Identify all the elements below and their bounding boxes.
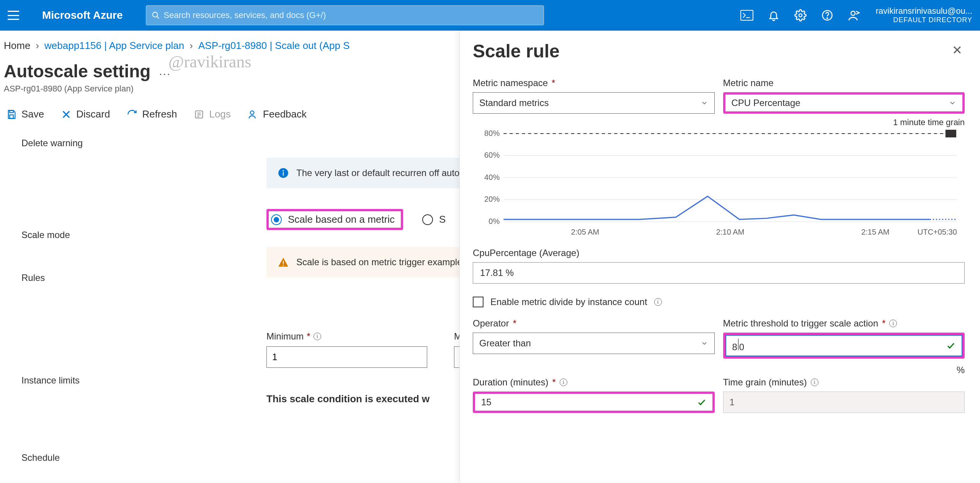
- svg-point-7: [851, 11, 855, 15]
- logs-button[interactable]: Logs: [194, 108, 230, 120]
- hamburger-menu-icon[interactable]: [8, 11, 19, 20]
- radio-other-option[interactable]: S: [422, 214, 446, 225]
- discard-label: Discard: [76, 108, 110, 120]
- close-icon[interactable]: ✕: [950, 41, 965, 60]
- metric-name-value: CPU Percentage: [732, 98, 800, 108]
- cloud-shell-icon[interactable]: [740, 9, 753, 22]
- user-account-block[interactable]: ravikiransrinivasulu@ou... DEFAULT DIREC…: [876, 6, 980, 24]
- cpu-percentage-chart: 0%20%40%60%80%2:05 AM2:10 AM2:15 AMUTC+0…: [473, 130, 965, 241]
- radio-other-label: S: [439, 214, 446, 225]
- metric-name-select[interactable]: CPU Percentage: [723, 92, 965, 114]
- operator-select[interactable]: Greater than: [473, 333, 715, 354]
- threshold-value-after: 0: [739, 342, 744, 352]
- logs-label: Logs: [209, 108, 230, 120]
- info-icon[interactable]: i: [889, 320, 897, 327]
- divide-by-instance-label: Enable metric divide by instance count: [490, 297, 647, 307]
- svg-text:2:05 AM: 2:05 AM: [571, 228, 599, 236]
- chevron-down-icon: [949, 99, 956, 107]
- refresh-label: Refresh: [142, 108, 177, 120]
- discard-button[interactable]: Discard: [61, 108, 110, 120]
- brand-label: Microsoft Azure: [42, 9, 123, 21]
- svg-rect-18: [283, 172, 284, 176]
- radio-metric-option[interactable]: Scale based on a metric: [266, 209, 403, 230]
- svg-rect-2: [741, 10, 753, 20]
- settings-gear-icon[interactable]: [794, 9, 807, 22]
- refresh-button[interactable]: Refresh: [127, 108, 177, 120]
- required-asterisk: *: [307, 331, 310, 342]
- duration-input[interactable]: 15: [473, 392, 715, 413]
- more-actions-icon[interactable]: ···: [159, 67, 171, 80]
- chevron-down-icon: [701, 339, 708, 347]
- label-delete-warning: Delete warning: [21, 138, 83, 148]
- threshold-label: Metric threshold to trigger scale action: [723, 318, 879, 329]
- duration-label: Duration (minutes): [473, 377, 548, 388]
- required-asterisk: *: [882, 318, 885, 329]
- breadcrumb-item-2[interactable]: ASP-rg01-8980 | Scale out (App S: [198, 40, 350, 52]
- minimum-label: Minimum: [266, 331, 304, 342]
- help-icon[interactable]: [821, 9, 834, 22]
- svg-rect-9: [10, 115, 13, 118]
- label-rules: Rules: [21, 273, 45, 283]
- minimum-field-group: Minimum * i: [266, 331, 427, 368]
- chevron-right-icon: ›: [189, 40, 193, 52]
- user-email: ravikiransrinivasulu@ou...: [876, 6, 972, 16]
- operator-label: Operator: [473, 318, 509, 329]
- feedback-person-icon[interactable]: [848, 9, 861, 22]
- save-button[interactable]: Save: [6, 108, 44, 120]
- svg-text:20%: 20%: [484, 195, 500, 204]
- svg-point-0: [152, 12, 157, 17]
- svg-point-4: [799, 14, 802, 17]
- threshold-value-before: 8: [732, 342, 737, 352]
- svg-text:80%: 80%: [484, 130, 500, 137]
- svg-text:40%: 40%: [484, 173, 500, 181]
- metric-namespace-label: Metric namespace: [473, 78, 548, 88]
- svg-text:2:10 AM: 2:10 AM: [716, 228, 745, 236]
- info-icon: [278, 168, 289, 178]
- threshold-input[interactable]: 80: [725, 335, 963, 356]
- minimum-input[interactable]: [266, 346, 427, 368]
- feedback-button[interactable]: Feedback: [248, 108, 307, 120]
- info-icon[interactable]: i: [314, 333, 321, 340]
- chevron-right-icon: ›: [36, 40, 39, 52]
- feedback-label: Feedback: [263, 108, 307, 120]
- radio-checked-icon: [271, 214, 282, 225]
- info-text: The very last or default recurren off au…: [296, 168, 483, 178]
- timegrain-value: 1: [730, 397, 735, 408]
- info-icon[interactable]: i: [560, 379, 567, 386]
- top-icon-tray: [740, 9, 861, 22]
- svg-point-6: [827, 18, 828, 19]
- required-asterisk: *: [552, 78, 555, 88]
- duration-value: 15: [481, 397, 492, 408]
- timegrain-label: Time grain (minutes): [723, 377, 807, 388]
- valid-check-icon: [697, 398, 706, 407]
- time-grain-note: 1 minute time grain: [473, 117, 965, 127]
- metric-series-label: CpuPercentage (Average): [473, 248, 965, 258]
- scale-rule-panel: Scale rule ✕ Metric namespace * Standard…: [459, 31, 980, 483]
- metric-namespace-select[interactable]: Standard metrics: [473, 92, 715, 114]
- svg-rect-20: [283, 261, 284, 264]
- breadcrumb-item-1[interactable]: webapp1156 | App Service plan: [44, 40, 184, 52]
- svg-point-19: [283, 170, 284, 171]
- save-label: Save: [21, 108, 44, 120]
- search-icon: [152, 11, 160, 20]
- svg-line-1: [157, 16, 159, 19]
- svg-text:60%: 60%: [484, 151, 500, 160]
- breadcrumb-home[interactable]: Home: [4, 40, 30, 52]
- azure-topbar: Microsoft Azure Search resources, servic…: [0, 0, 980, 31]
- notifications-icon[interactable]: [767, 9, 780, 22]
- label-instance-limits: Instance limits: [21, 375, 80, 386]
- info-icon[interactable]: i: [811, 379, 818, 386]
- divide-by-instance-checkbox[interactable]: [473, 297, 483, 307]
- radio-metric-label: Scale based on a metric: [288, 214, 395, 225]
- operator-value: Greater than: [479, 338, 531, 349]
- valid-check-icon: [946, 341, 956, 350]
- required-asterisk: *: [552, 377, 555, 388]
- chevron-down-icon: [701, 99, 708, 107]
- svg-rect-8: [10, 110, 13, 113]
- info-icon[interactable]: i: [654, 298, 662, 306]
- svg-text:2:15 AM: 2:15 AM: [861, 228, 890, 236]
- page-title: Autoscale setting: [4, 61, 150, 82]
- global-search-input[interactable]: Search resources, services, and docs (G+…: [146, 5, 544, 25]
- svg-text:UTC+05:30: UTC+05:30: [918, 228, 957, 236]
- user-directory: DEFAULT DIRECTORY: [876, 16, 972, 24]
